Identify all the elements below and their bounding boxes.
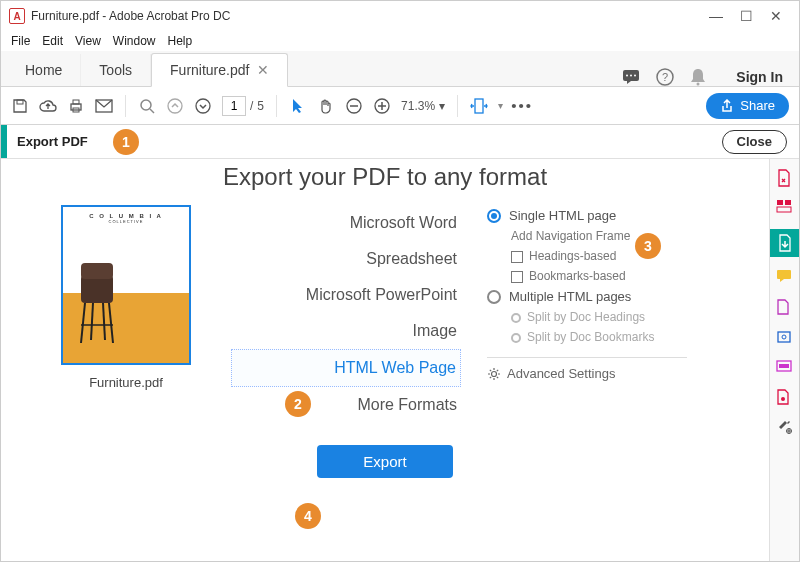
- radio-icon: [511, 313, 521, 323]
- close-window-button[interactable]: ✕: [761, 8, 791, 24]
- rail-redact-icon[interactable]: [776, 359, 794, 377]
- svg-line-27: [103, 303, 105, 340]
- option-single-html[interactable]: Single HTML page: [487, 205, 749, 226]
- page-current-input[interactable]: [222, 96, 246, 116]
- tab-home[interactable]: Home: [7, 54, 81, 86]
- svg-rect-30: [777, 200, 783, 205]
- export-panel: Export your PDF to any format C O L U M …: [1, 159, 769, 561]
- svg-rect-34: [778, 332, 790, 342]
- format-powerpoint[interactable]: Microsoft PowerPoint: [231, 277, 461, 313]
- fit-width-icon[interactable]: [470, 97, 488, 115]
- menu-window[interactable]: Window: [113, 34, 156, 48]
- radio-icon: [487, 209, 501, 223]
- nav-frame-heading: Add Navigation Frame: [511, 226, 749, 246]
- option-single-label: Single HTML page: [509, 208, 616, 223]
- svg-rect-23: [81, 263, 113, 279]
- page-sep: /: [250, 99, 253, 113]
- mail-icon[interactable]: [95, 97, 113, 115]
- thumb-sub: COLLECTIVE: [63, 219, 189, 224]
- page-up-icon[interactable]: [166, 97, 184, 115]
- annotation-badge-4: 4: [295, 503, 321, 529]
- maximize-button[interactable]: ☐: [731, 8, 761, 24]
- svg-point-2: [630, 75, 632, 77]
- checkbox-headings-based[interactable]: Headings-based: [511, 246, 749, 266]
- export-pdf-label: Export PDF: [17, 134, 88, 149]
- gear-icon: [487, 367, 501, 381]
- svg-line-25: [109, 303, 113, 343]
- svg-line-13: [150, 109, 154, 113]
- app-icon: A: [9, 8, 25, 24]
- format-spreadsheet[interactable]: Spreadsheet: [231, 241, 461, 277]
- page-down-icon[interactable]: [194, 97, 212, 115]
- document-thumbnail[interactable]: C O L U M B I A COLLECTIVE: [61, 205, 191, 365]
- format-image[interactable]: Image: [231, 313, 461, 349]
- share-icon: [720, 99, 734, 113]
- format-word[interactable]: Microsoft Word: [231, 205, 461, 241]
- svg-rect-33: [777, 270, 791, 279]
- export-button[interactable]: Export: [317, 445, 452, 478]
- rail-protect-icon[interactable]: [776, 389, 794, 407]
- menubar: File Edit View Window Help: [1, 31, 799, 51]
- svg-point-1: [626, 75, 628, 77]
- hand-tool-icon[interactable]: [317, 97, 335, 115]
- svg-rect-32: [777, 207, 791, 212]
- menu-help[interactable]: Help: [168, 34, 193, 48]
- menu-file[interactable]: File: [11, 34, 30, 48]
- print-icon[interactable]: [67, 97, 85, 115]
- page-total: 5: [257, 99, 264, 113]
- help-icon[interactable]: ?: [656, 68, 674, 86]
- zoom-value: 71.3%: [401, 99, 435, 113]
- zoom-in-icon[interactable]: [373, 97, 391, 115]
- close-panel-button[interactable]: Close: [722, 130, 787, 154]
- toolbar: / 5 71.3% ▾ ▾ ••• Share: [1, 87, 799, 125]
- format-html[interactable]: HTML Web Page: [231, 349, 461, 387]
- rail-export-icon[interactable]: [770, 229, 800, 257]
- svg-line-24: [81, 303, 85, 343]
- rail-organize-icon[interactable]: [776, 299, 794, 317]
- share-button[interactable]: Share: [706, 93, 789, 119]
- annotation-badge-1: 1: [113, 129, 139, 155]
- rail-scan-icon[interactable]: [776, 329, 794, 347]
- format-list: Microsoft Word Spreadsheet Microsoft Pow…: [231, 205, 461, 423]
- close-tab-icon[interactable]: ✕: [257, 62, 269, 78]
- svg-point-6: [697, 83, 700, 86]
- checkbox-icon: [511, 251, 523, 263]
- svg-point-15: [196, 99, 210, 113]
- option-multiple-html[interactable]: Multiple HTML pages: [487, 286, 749, 307]
- rail-more-tools-icon[interactable]: [776, 419, 794, 437]
- svg-rect-22: [81, 275, 113, 303]
- svg-rect-31: [785, 200, 791, 205]
- menu-view[interactable]: View: [75, 34, 101, 48]
- advanced-settings-label: Advanced Settings: [507, 366, 615, 381]
- rail-create-pdf-icon[interactable]: [776, 169, 794, 187]
- more-icon[interactable]: •••: [513, 97, 531, 115]
- sign-in-link[interactable]: Sign In: [736, 69, 783, 85]
- accent-strip: [1, 125, 7, 158]
- format-more[interactable]: More Formats: [231, 387, 461, 423]
- svg-point-14: [168, 99, 182, 113]
- chevron-down-icon: ▾: [439, 99, 445, 113]
- zoom-out-icon[interactable]: [345, 97, 363, 115]
- svg-point-35: [782, 335, 786, 339]
- bell-icon[interactable]: [690, 68, 706, 86]
- svg-rect-37: [779, 364, 789, 368]
- rail-combine-icon[interactable]: [776, 199, 794, 217]
- option-multiple-label: Multiple HTML pages: [509, 289, 631, 304]
- tab-tools[interactable]: Tools: [81, 54, 151, 86]
- svg-point-12: [141, 100, 151, 110]
- menu-edit[interactable]: Edit: [42, 34, 63, 48]
- search-icon[interactable]: [138, 97, 156, 115]
- zoom-select[interactable]: 71.3% ▾: [401, 99, 445, 113]
- minimize-button[interactable]: —: [701, 8, 731, 24]
- thumbnail-filename: Furniture.pdf: [21, 375, 231, 390]
- advanced-settings-link[interactable]: Advanced Settings: [487, 366, 749, 381]
- checkbox-bookmarks-based[interactable]: Bookmarks-based: [511, 266, 749, 286]
- chat-icon[interactable]: [622, 69, 640, 85]
- tab-document[interactable]: Furniture.pdf ✕: [151, 53, 288, 87]
- cloud-icon[interactable]: [39, 97, 57, 115]
- select-tool-icon[interactable]: [289, 97, 307, 115]
- annotation-badge-3: 3: [635, 233, 661, 259]
- save-icon[interactable]: [11, 97, 29, 115]
- rail-comment-icon[interactable]: [776, 269, 794, 287]
- chevron-down-icon[interactable]: ▾: [498, 100, 503, 111]
